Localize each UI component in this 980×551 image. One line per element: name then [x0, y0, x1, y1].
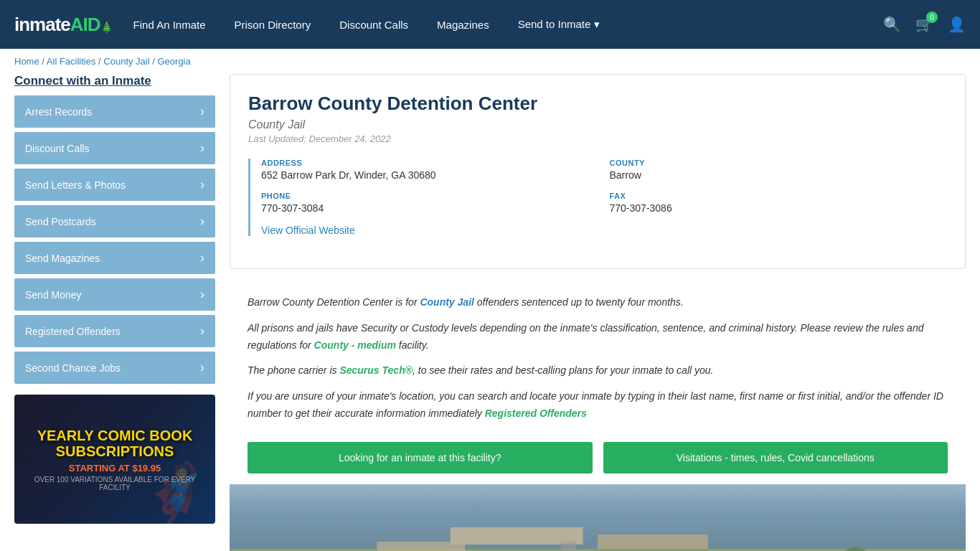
fax-label: FAX	[610, 192, 948, 200]
facility-content: Barrow County Detention Center County Ja…	[230, 74, 966, 551]
county-label: COUNTY	[610, 159, 948, 167]
registered-offenders-link[interactable]: Registered Offenders	[485, 408, 587, 419]
sidebar-label-discount-calls: Discount Calls	[25, 143, 89, 154]
arrow-icon-discount-calls: ›	[200, 141, 204, 156]
sidebar-item-arrest-records[interactable]: Arrest Records ›	[14, 95, 215, 128]
sidebar-label-arrest-records: Arrest Records	[25, 106, 92, 118]
arrow-icon-send-postcards: ›	[200, 214, 204, 229]
sidebar-label-send-magazines: Send Magazines	[25, 253, 100, 264]
main-header: inmateAID🎄 Find An Inmate Prison Directo…	[0, 0, 980, 49]
desc-paragraph-1: Barrow County Detention Center is for Co…	[248, 294, 948, 311]
breadcrumb-county-jail[interactable]: County Jail	[103, 56, 149, 67]
sidebar-label-registered-offenders: Registered Offenders	[25, 326, 121, 337]
ad-banner-title: YEARLY COMIC BOOKSUBSCRIPTIONS	[22, 428, 208, 459]
arrow-icon-send-magazines: ›	[200, 250, 204, 265]
desc-paragraph-2: All prisons and jails have Security or C…	[248, 320, 948, 354]
website-block: View Official Website	[261, 225, 599, 236]
county-block: COUNTY Barrow	[610, 159, 948, 181]
desc-paragraph-4: If you are unsure of your inmate's locat…	[248, 388, 948, 423]
phone-block: PHONE 770-307-3084	[261, 192, 599, 214]
breadcrumb-all-facilities[interactable]: All Facilities	[47, 56, 96, 67]
header-icons: 🔍 🛒 0 👤	[883, 16, 966, 33]
facility-last-updated: Last Updated: December 24, 2022	[248, 133, 947, 144]
action-buttons: Looking for an inmate at this facility? …	[230, 442, 966, 484]
sidebar-item-registered-offenders[interactable]: Registered Offenders ›	[14, 315, 215, 347]
breadcrumb-state[interactable]: Georgia	[157, 56, 190, 67]
arrow-icon-second-chance-jobs: ›	[200, 360, 204, 375]
arrow-icon-arrest-records: ›	[200, 104, 204, 119]
county-jail-link[interactable]: County Jail	[420, 296, 473, 308]
search-icon[interactable]: 🔍	[883, 16, 901, 33]
logo[interactable]: inmateAID🎄	[14, 14, 112, 36]
sidebar: Connect with an Inmate Arrest Records › …	[14, 74, 215, 551]
description-area: Barrow County Detention Center is for Co…	[230, 283, 966, 442]
securus-tech-link[interactable]: Securus Tech®	[339, 364, 413, 376]
sidebar-item-second-chance-jobs[interactable]: Second Chance Jobs ›	[14, 352, 215, 384]
ad-banner-subtitle: STARTING AT $19.95	[22, 463, 208, 474]
cart-badge: 0	[926, 11, 938, 23]
phone-value: 770-307-3084	[261, 202, 599, 214]
connect-title: Connect with an Inmate	[14, 74, 215, 88]
facility-aerial-image	[230, 484, 966, 551]
fax-block: FAX 770-307-3086	[610, 192, 948, 214]
nav-find-inmate[interactable]: Find An Inmate	[133, 19, 206, 31]
ad-banner-description: OVER 100 VARIATIONS AVAILABLE FOR EVERY …	[22, 476, 208, 491]
county-medium-link[interactable]: County - medium	[314, 339, 396, 351]
sidebar-item-send-postcards[interactable]: Send Postcards ›	[14, 205, 215, 237]
svg-rect-6	[561, 542, 576, 551]
arrow-icon-registered-offenders: ›	[200, 324, 204, 339]
user-icon[interactable]: 👤	[948, 16, 966, 33]
sidebar-item-discount-calls[interactable]: Discount Calls ›	[14, 132, 215, 164]
svg-rect-3	[598, 534, 708, 549]
facility-title: Barrow County Detention Center	[248, 93, 947, 115]
fax-value: 770-307-3086	[610, 202, 948, 214]
desc-paragraph-3: The phone carrier is Securus Tech®, to s…	[248, 362, 948, 380]
official-website-link[interactable]: View Official Website	[261, 225, 355, 236]
breadcrumb: Home / All Facilities / County Jail / Ge…	[14, 56, 966, 67]
sidebar-item-send-letters-photos[interactable]: Send Letters & Photos ›	[14, 169, 215, 201]
arrow-icon-send-money: ›	[200, 287, 204, 302]
sidebar-label-second-chance-jobs: Second Chance Jobs	[25, 362, 121, 374]
address-block: ADDRESS 652 Barrow Park Dr, Winder, GA 3…	[261, 159, 599, 181]
visitations-button[interactable]: Visitations - times, rules, Covid cancel…	[603, 442, 948, 474]
breadcrumb-home[interactable]: Home	[14, 56, 39, 67]
facility-type: County Jail	[248, 118, 947, 131]
address-value: 652 Barrow Park Dr, Winder, GA 30680	[261, 169, 599, 181]
sidebar-item-send-magazines[interactable]: Send Magazines ›	[14, 242, 215, 274]
nav-prison-directory[interactable]: Prison Directory	[235, 19, 311, 31]
cart-icon[interactable]: 🛒 0	[915, 16, 933, 33]
svg-rect-4	[377, 542, 465, 551]
sidebar-label-send-money: Send Money	[25, 289, 82, 301]
ad-banner[interactable]: YEARLY COMIC BOOKSUBSCRIPTIONS STARTING …	[14, 395, 215, 524]
sidebar-label-send-postcards: Send Postcards	[25, 216, 96, 227]
sidebar-label-send-letters: Send Letters & Photos	[25, 179, 126, 191]
phone-label: PHONE	[261, 192, 599, 200]
facility-card: Barrow County Detention Center County Ja…	[230, 74, 966, 269]
looking-for-inmate-button[interactable]: Looking for an inmate at this facility?	[248, 442, 593, 474]
main-content: Connect with an Inmate Arrest Records › …	[0, 74, 980, 551]
main-nav: Find An Inmate Prison Directory Discount…	[133, 18, 883, 31]
facility-info-grid: ADDRESS 652 Barrow Park Dr, Winder, GA 3…	[248, 159, 947, 236]
breadcrumb-area: Home / All Facilities / County Jail / Ge…	[0, 49, 980, 74]
nav-discount-calls[interactable]: Discount Calls	[339, 19, 408, 31]
address-label: ADDRESS	[261, 159, 599, 167]
nav-send-to-inmate[interactable]: Send to Inmate ▾	[518, 18, 600, 31]
sidebar-item-send-money[interactable]: Send Money ›	[14, 278, 215, 311]
county-value: Barrow	[610, 169, 948, 181]
nav-magazines[interactable]: Magazines	[437, 19, 489, 31]
arrow-icon-send-letters: ›	[200, 177, 204, 192]
